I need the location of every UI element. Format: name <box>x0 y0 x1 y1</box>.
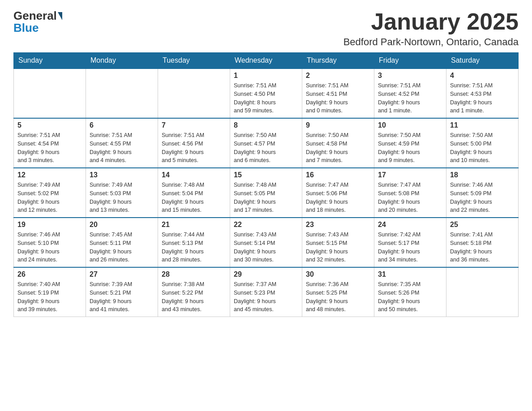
day-info: Sunrise: 7:41 AM Sunset: 5:18 PM Dayligh… <box>450 231 515 264</box>
day-number: 28 <box>162 270 226 278</box>
day-info: Sunrise: 7:45 AM Sunset: 5:11 PM Dayligh… <box>90 231 154 264</box>
calendar-week-5: 26Sunrise: 7:40 AM Sunset: 5:19 PM Dayli… <box>14 267 519 317</box>
calendar-cell: 29Sunrise: 7:37 AM Sunset: 5:23 PM Dayli… <box>230 267 302 317</box>
day-number: 10 <box>378 121 442 129</box>
weekday-header-wednesday: Wednesday <box>230 53 302 69</box>
calendar-cell: 2Sunrise: 7:51 AM Sunset: 4:51 PM Daylig… <box>302 68 374 118</box>
day-info: Sunrise: 7:49 AM Sunset: 5:03 PM Dayligh… <box>90 181 154 214</box>
day-info: Sunrise: 7:50 AM Sunset: 4:59 PM Dayligh… <box>378 131 442 165</box>
day-info: Sunrise: 7:37 AM Sunset: 5:23 PM Dayligh… <box>234 280 298 314</box>
calendar-cell: 13Sunrise: 7:49 AM Sunset: 5:03 PM Dayli… <box>86 168 158 218</box>
calendar-cell: 26Sunrise: 7:40 AM Sunset: 5:19 PM Dayli… <box>14 267 86 317</box>
weekday-header-row: SundayMondayTuesdayWednesdayThursdayFrid… <box>14 53 519 69</box>
day-info: Sunrise: 7:47 AM Sunset: 5:06 PM Dayligh… <box>306 181 370 214</box>
calendar-cell: 4Sunrise: 7:51 AM Sunset: 4:53 PM Daylig… <box>446 68 519 118</box>
day-number: 20 <box>90 221 154 229</box>
calendar-cell: 10Sunrise: 7:50 AM Sunset: 4:59 PM Dayli… <box>374 118 446 168</box>
calendar-cell: 9Sunrise: 7:50 AM Sunset: 4:58 PM Daylig… <box>302 118 374 168</box>
day-number: 4 <box>450 72 515 80</box>
weekday-header-tuesday: Tuesday <box>158 53 230 69</box>
day-info: Sunrise: 7:42 AM Sunset: 5:17 PM Dayligh… <box>378 231 442 264</box>
calendar-week-4: 19Sunrise: 7:46 AM Sunset: 5:10 PM Dayli… <box>14 218 519 267</box>
day-info: Sunrise: 7:51 AM Sunset: 4:52 PM Dayligh… <box>378 81 442 115</box>
day-info: Sunrise: 7:40 AM Sunset: 5:19 PM Dayligh… <box>17 280 82 314</box>
day-info: Sunrise: 7:44 AM Sunset: 5:13 PM Dayligh… <box>162 231 226 264</box>
day-number: 30 <box>306 270 370 278</box>
month-title: January 2025 <box>343 9 519 34</box>
day-info: Sunrise: 7:50 AM Sunset: 4:57 PM Dayligh… <box>234 131 298 165</box>
day-number: 11 <box>450 121 515 129</box>
calendar-cell: 14Sunrise: 7:48 AM Sunset: 5:04 PM Dayli… <box>158 168 230 218</box>
weekday-header-thursday: Thursday <box>302 53 374 69</box>
page-header: General Blue January 2025 Bedford Park-N… <box>13 9 519 48</box>
day-info: Sunrise: 7:39 AM Sunset: 5:21 PM Dayligh… <box>90 280 154 314</box>
day-number: 5 <box>17 121 82 129</box>
day-number: 27 <box>90 270 154 278</box>
weekday-header-friday: Friday <box>374 53 446 69</box>
day-number: 13 <box>90 171 154 179</box>
calendar-cell: 12Sunrise: 7:49 AM Sunset: 5:02 PM Dayli… <box>14 168 86 218</box>
location-title: Bedford Park-Nortown, Ontario, Canada <box>343 36 519 48</box>
day-number: 31 <box>378 270 442 278</box>
calendar-cell: 24Sunrise: 7:42 AM Sunset: 5:17 PM Dayli… <box>374 218 446 267</box>
day-info: Sunrise: 7:36 AM Sunset: 5:25 PM Dayligh… <box>306 280 370 314</box>
calendar-cell: 25Sunrise: 7:41 AM Sunset: 5:18 PM Dayli… <box>446 218 519 267</box>
day-number: 18 <box>450 171 515 179</box>
day-info: Sunrise: 7:46 AM Sunset: 5:10 PM Dayligh… <box>17 231 82 264</box>
day-number: 3 <box>378 72 442 80</box>
day-info: Sunrise: 7:35 AM Sunset: 5:26 PM Dayligh… <box>378 280 442 314</box>
day-number: 14 <box>162 171 226 179</box>
calendar-cell: 6Sunrise: 7:51 AM Sunset: 4:55 PM Daylig… <box>86 118 158 168</box>
day-number: 12 <box>17 171 82 179</box>
day-number: 2 <box>306 72 370 80</box>
calendar-cell: 11Sunrise: 7:50 AM Sunset: 5:00 PM Dayli… <box>446 118 519 168</box>
day-info: Sunrise: 7:48 AM Sunset: 5:05 PM Dayligh… <box>234 181 298 214</box>
day-info: Sunrise: 7:47 AM Sunset: 5:08 PM Dayligh… <box>378 181 442 214</box>
calendar-week-2: 5Sunrise: 7:51 AM Sunset: 4:54 PM Daylig… <box>14 118 519 168</box>
day-number: 21 <box>162 221 226 229</box>
calendar-cell: 5Sunrise: 7:51 AM Sunset: 4:54 PM Daylig… <box>14 118 86 168</box>
calendar-cell: 20Sunrise: 7:45 AM Sunset: 5:11 PM Dayli… <box>86 218 158 267</box>
day-info: Sunrise: 7:38 AM Sunset: 5:22 PM Dayligh… <box>162 280 226 314</box>
calendar-cell: 21Sunrise: 7:44 AM Sunset: 5:13 PM Dayli… <box>158 218 230 267</box>
day-number: 1 <box>234 72 298 80</box>
calendar-cell: 22Sunrise: 7:43 AM Sunset: 5:14 PM Dayli… <box>230 218 302 267</box>
day-info: Sunrise: 7:50 AM Sunset: 5:00 PM Dayligh… <box>450 131 515 165</box>
calendar-cell: 27Sunrise: 7:39 AM Sunset: 5:21 PM Dayli… <box>86 267 158 317</box>
day-number: 19 <box>17 221 82 229</box>
day-info: Sunrise: 7:51 AM Sunset: 4:51 PM Dayligh… <box>306 81 370 115</box>
day-info: Sunrise: 7:51 AM Sunset: 4:55 PM Dayligh… <box>90 131 154 165</box>
calendar-week-1: 1Sunrise: 7:51 AM Sunset: 4:50 PM Daylig… <box>14 68 519 118</box>
day-info: Sunrise: 7:50 AM Sunset: 4:58 PM Dayligh… <box>306 131 370 165</box>
day-info: Sunrise: 7:51 AM Sunset: 4:53 PM Dayligh… <box>450 81 515 115</box>
day-number: 29 <box>234 270 298 278</box>
day-number: 26 <box>17 270 82 278</box>
calendar-body: 1Sunrise: 7:51 AM Sunset: 4:50 PM Daylig… <box>14 68 519 317</box>
calendar-cell: 7Sunrise: 7:51 AM Sunset: 4:56 PM Daylig… <box>158 118 230 168</box>
logo-blue: Blue <box>13 21 39 35</box>
logo-arrow-icon <box>58 12 62 20</box>
calendar-cell <box>86 68 158 118</box>
calendar-cell: 19Sunrise: 7:46 AM Sunset: 5:10 PM Dayli… <box>14 218 86 267</box>
day-number: 23 <box>306 221 370 229</box>
day-info: Sunrise: 7:51 AM Sunset: 4:50 PM Dayligh… <box>234 81 298 115</box>
day-number: 7 <box>162 121 226 129</box>
weekday-header-sunday: Sunday <box>14 53 86 69</box>
calendar-cell: 15Sunrise: 7:48 AM Sunset: 5:05 PM Dayli… <box>230 168 302 218</box>
calendar-table: SundayMondayTuesdayWednesdayThursdayFrid… <box>13 52 519 317</box>
day-number: 22 <box>234 221 298 229</box>
day-info: Sunrise: 7:46 AM Sunset: 5:09 PM Dayligh… <box>450 181 515 214</box>
calendar-cell: 30Sunrise: 7:36 AM Sunset: 5:25 PM Dayli… <box>302 267 374 317</box>
logo: General Blue <box>13 9 63 35</box>
calendar-cell <box>158 68 230 118</box>
day-info: Sunrise: 7:48 AM Sunset: 5:04 PM Dayligh… <box>162 181 226 214</box>
day-info: Sunrise: 7:51 AM Sunset: 4:54 PM Dayligh… <box>17 131 82 165</box>
calendar-cell: 31Sunrise: 7:35 AM Sunset: 5:26 PM Dayli… <box>374 267 446 317</box>
day-number: 15 <box>234 171 298 179</box>
calendar-cell <box>446 267 519 317</box>
day-info: Sunrise: 7:43 AM Sunset: 5:15 PM Dayligh… <box>306 231 370 264</box>
calendar-cell: 3Sunrise: 7:51 AM Sunset: 4:52 PM Daylig… <box>374 68 446 118</box>
calendar-cell: 17Sunrise: 7:47 AM Sunset: 5:08 PM Dayli… <box>374 168 446 218</box>
calendar-cell: 1Sunrise: 7:51 AM Sunset: 4:50 PM Daylig… <box>230 68 302 118</box>
calendar-cell: 16Sunrise: 7:47 AM Sunset: 5:06 PM Dayli… <box>302 168 374 218</box>
